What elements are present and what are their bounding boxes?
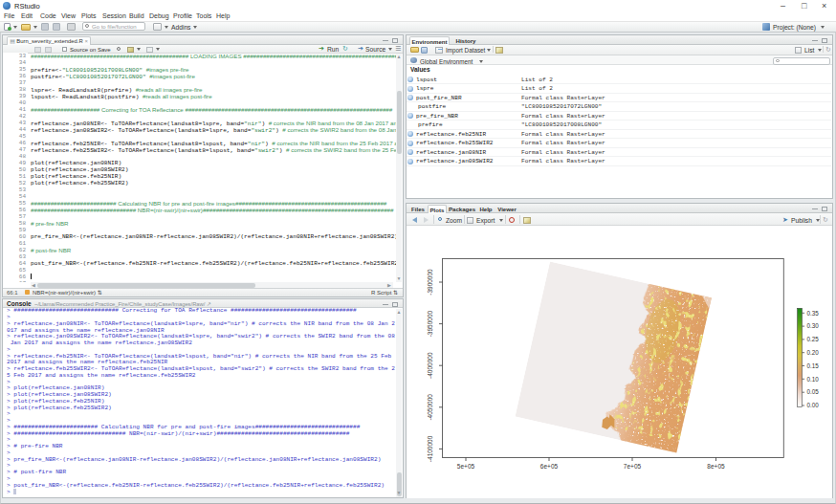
svg-text:7e+05: 7e+05 [624, 463, 642, 470]
svg-text:0.05: 0.05 [807, 388, 820, 395]
svg-text:0.35: 0.35 [807, 310, 820, 317]
svg-text:0.00: 0.00 [807, 402, 820, 408]
svg-text:6e+05: 6e+05 [540, 463, 559, 470]
svg-text:-4050000: -4050000 [427, 394, 433, 421]
svg-text:-4100000: -4100000 [427, 435, 433, 462]
svg-text:0.20: 0.20 [807, 349, 820, 356]
svg-text:-4000000: -4000000 [427, 352, 433, 379]
svg-text:0.30: 0.30 [807, 322, 820, 329]
svg-text:-3900000: -3900000 [427, 269, 433, 296]
svg-text:-3950000: -3950000 [427, 310, 433, 337]
svg-text:5e+05: 5e+05 [457, 463, 475, 470]
svg-text:8e+05: 8e+05 [707, 463, 725, 470]
svg-text:0.10: 0.10 [807, 376, 820, 383]
svg-text:0.25: 0.25 [807, 336, 820, 342]
svg-text:0.15: 0.15 [807, 362, 820, 369]
